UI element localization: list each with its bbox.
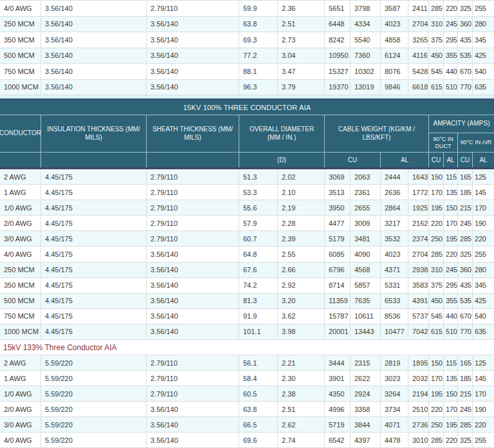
value-cell: 280 (473, 17, 494, 33)
value-cell: 4071 (381, 417, 408, 433)
col-header-conductor: CONDUCTOR (0, 115, 41, 152)
value-cell: 3217 (381, 216, 408, 231)
value-cell: 51.3 (239, 169, 278, 185)
value-cell: 3.56/140 (147, 247, 239, 262)
value-cell: 3.56/140 (147, 294, 239, 309)
value-cell: 4.45/175 (41, 169, 147, 185)
value-cell: 535 (458, 294, 473, 309)
value-cell: 13019 (351, 80, 381, 96)
value-cell: 250 (429, 231, 444, 247)
value-cell: 4116 (408, 48, 429, 64)
table-row: 2 AWG4.45/1752.79/11051.32.0230692063244… (0, 169, 494, 185)
value-cell: 4350 (325, 386, 351, 402)
value-cell: 15787 (325, 309, 351, 324)
value-cell: 55.6 (239, 200, 278, 216)
value-cell: 66.5 (239, 417, 278, 433)
value-cell: 2.19 (278, 200, 325, 216)
value-cell: 150 (429, 169, 444, 185)
value-cell: 2444 (381, 169, 408, 185)
value-cell: 4090 (351, 247, 381, 262)
conductor-cell: 1 AWG (0, 371, 41, 386)
value-cell: 3.56/140 (41, 32, 147, 48)
table-row: 1/0 AWG5.59/2202.79/11060.52.38435029243… (0, 386, 494, 402)
conductor-cell: 3/0 AWG (0, 417, 41, 433)
value-cell: 2.36 (278, 1, 325, 17)
value-cell: 540 (473, 64, 494, 80)
value-cell: 2510 (408, 402, 429, 417)
table-row: 1 AWG5.59/2202.79/11058.42.3039012622302… (0, 371, 494, 386)
value-cell: 3444 (325, 355, 351, 371)
value-cell: 2.73 (278, 32, 325, 48)
value-cell: 10611 (351, 309, 381, 324)
value-cell: 425 (473, 48, 494, 64)
value-cell: 510 (444, 324, 458, 340)
value-cell: 220 (444, 247, 458, 262)
value-cell: 2.51 (278, 402, 325, 417)
value-cell: 53.3 (239, 185, 278, 200)
conductor-cell: 250 MCM (0, 17, 41, 33)
value-cell: 3358 (351, 402, 381, 417)
value-cell: 11359 (325, 294, 351, 309)
table-row: 350 MCM3.56/1403.56/14069.32.73824255404… (0, 32, 494, 48)
value-cell: 3950 (325, 200, 351, 216)
value-cell: 3010 (408, 433, 429, 448)
value-cell: 2.79/110 (147, 169, 239, 185)
value-cell: 165 (458, 169, 473, 185)
value-cell: 13443 (351, 324, 381, 340)
value-cell: 2.79/110 (147, 371, 239, 386)
value-cell: 20001 (325, 324, 351, 340)
value-cell: 3.56/140 (147, 64, 239, 80)
value-cell: 325 (458, 433, 473, 448)
value-cell: 770 (458, 80, 473, 96)
subheader-duct-al: AL (444, 152, 458, 167)
previous-table-rows: 4/0 AWG3.56/1402.79/11059.92.36565137983… (0, 0, 494, 95)
value-cell: 170 (429, 185, 444, 200)
table-row: 250 MCM3.56/1403.56/14063.82.51644843344… (0, 17, 494, 33)
value-cell: 2.66 (278, 263, 325, 278)
subheader-d: (D) (239, 152, 325, 167)
value-cell: 3.56/140 (147, 80, 239, 96)
subheader-weight-al: AL (381, 152, 429, 167)
value-cell: 215 (458, 386, 473, 402)
value-cell: 3.56/140 (41, 17, 147, 33)
value-cell: 7360 (351, 48, 381, 64)
conductor-cell: 2 AWG (0, 355, 41, 371)
section-133-rows: 2 AWG5.59/2202.79/11056.12.2134442315281… (0, 355, 494, 448)
value-cell: 3265 (408, 32, 429, 48)
conductor-cell: 350 MCM (0, 32, 41, 48)
table-row: 350 MCM4.45/1753.56/14074.22.92871458575… (0, 278, 494, 294)
conductor-cell: 1/0 AWG (0, 200, 41, 216)
value-cell: 2.02 (278, 169, 325, 185)
value-cell: 2736 (408, 417, 429, 433)
value-cell: 60.7 (239, 231, 278, 247)
value-cell: 2194 (408, 386, 429, 402)
value-cell: 285 (429, 1, 444, 17)
value-cell: 3798 (351, 1, 381, 17)
value-cell: 3023 (381, 371, 408, 386)
value-cell: 5540 (351, 32, 381, 48)
value-cell: 170 (429, 371, 444, 386)
value-cell: 2.79/110 (147, 355, 239, 371)
value-cell: 2.51 (278, 17, 325, 33)
value-cell: 1772 (408, 185, 429, 200)
subheader-weight-cu: CU (325, 152, 381, 167)
value-cell: 2361 (351, 185, 381, 200)
value-cell: 10950 (325, 48, 351, 64)
conductor-cell: 250 MCM (0, 263, 41, 278)
value-cell: 3.56/140 (147, 309, 239, 324)
conductor-cell: 4/0 AWG (0, 247, 41, 262)
value-cell: 3.98 (278, 324, 325, 340)
col-header-ampacity: AMPACITY (AMPS) (429, 115, 494, 133)
value-cell: 63.8 (239, 17, 278, 33)
value-cell: 295 (444, 32, 458, 48)
value-cell: 6533 (381, 294, 408, 309)
value-cell: 2315 (351, 355, 381, 371)
conductor-cell: 4/0 AWG (0, 433, 41, 448)
value-cell: 2864 (381, 200, 408, 216)
table-header-row: CONDUCTOR INSULATION THICKNESS (MM/ MILS… (0, 115, 494, 152)
value-cell: 245 (444, 17, 458, 33)
col-header-diameter: OVERALL DIAMETER (MM / IN.) (239, 115, 325, 152)
value-cell: 3513 (325, 185, 351, 200)
value-cell: 4.45/175 (41, 294, 147, 309)
value-cell: 3264 (381, 386, 408, 402)
